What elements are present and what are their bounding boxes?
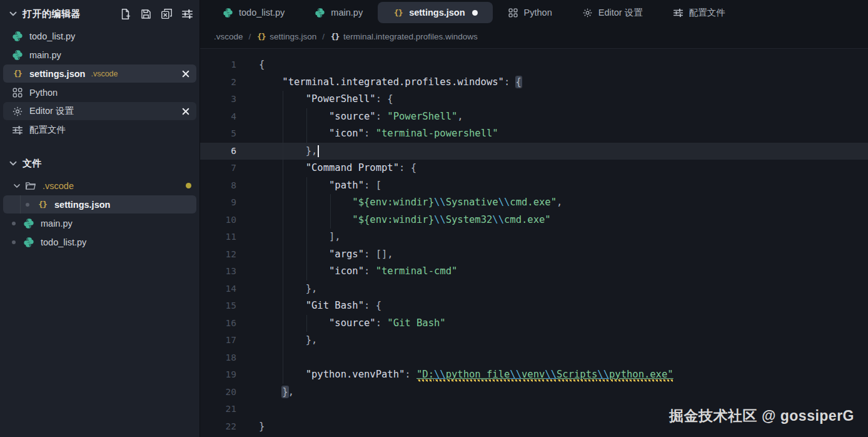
line-number: 2 xyxy=(200,74,236,91)
code-line-3[interactable]: 3 "PowerShell": { xyxy=(200,91,868,108)
code-token xyxy=(259,111,329,122)
json-icon: {} xyxy=(256,32,266,41)
code-editor[interactable]: 1{2 "terminal.integrated.profiles.window… xyxy=(200,49,868,437)
code-line-17[interactable]: 17 }, xyxy=(200,332,868,349)
code-token: : xyxy=(399,162,411,173)
breadcrumb-item[interactable]: {}terminal.integrated.profiles.windows xyxy=(330,32,478,41)
code-content: } xyxy=(259,418,868,436)
tab-settings.json[interactable]: {}settings.json xyxy=(378,2,492,23)
code-line-22[interactable]: 22} xyxy=(200,418,868,436)
file-label: settings.json xyxy=(54,200,110,210)
chevron-down-icon[interactable] xyxy=(8,8,19,19)
sidebar: 打开的编辑器 todo_list.pymain.py{}settings.jso… xyxy=(0,0,200,437)
open-editors-header[interactable]: 打开的编辑器 xyxy=(0,4,199,24)
code-line-14[interactable]: 14 }, xyxy=(200,280,868,298)
chevron-down-icon[interactable] xyxy=(8,158,19,169)
code-token: venv xyxy=(522,369,545,382)
code-line-9[interactable]: 9 "${env:windir}\\Sysnative\\cmd.exe", xyxy=(200,194,868,212)
open-editor-item-todo_list.py[interactable]: todo_list.py xyxy=(3,27,196,45)
code-token: \\ xyxy=(597,369,609,382)
code-content: "args": [], xyxy=(259,246,868,264)
tab-label: todo_list.py xyxy=(239,8,285,18)
tab-Python[interactable]: Python xyxy=(493,2,567,23)
code-token: [], xyxy=(376,249,393,260)
code-content: "Command Prompt": { xyxy=(259,160,868,177)
code-line-15[interactable]: 15 "Git Bash": { xyxy=(200,297,868,315)
open-editor-item-main.py[interactable]: main.py xyxy=(3,46,196,64)
modified-badge-dot xyxy=(186,183,191,188)
code-line-8[interactable]: 8 "path": [ xyxy=(200,177,868,195)
code-line-12[interactable]: 12 "args": [], xyxy=(200,246,868,264)
new-file-icon[interactable] xyxy=(119,8,131,20)
chevron-down-icon[interactable] xyxy=(12,181,22,191)
folder-item-.vscode[interactable]: .vscode xyxy=(3,177,196,195)
breadcrumb-separator: / xyxy=(249,32,251,41)
code-content: "source": "Git Bash" xyxy=(259,315,868,332)
code-content: "icon": "terminal-powershell" xyxy=(259,125,868,143)
tab-main.py[interactable]: main.py xyxy=(300,2,378,23)
code-token: \\ xyxy=(434,369,446,382)
code-token xyxy=(259,265,329,277)
code-line-19[interactable]: 19 "python.venvPath": "D:\\python_file\\… xyxy=(200,366,868,384)
files-header[interactable]: 文件 xyxy=(0,153,199,173)
file-item-main.py[interactable]: main.py xyxy=(3,214,196,232)
folder-label: .vscode xyxy=(43,181,74,191)
code-token xyxy=(259,386,282,398)
code-token: { xyxy=(411,162,416,173)
code-token: { xyxy=(387,93,393,105)
line-number: 6 xyxy=(200,143,236,160)
code-line-18[interactable]: 18 xyxy=(200,349,868,367)
modified-dot[interactable] xyxy=(472,10,478,16)
code-token: \\ xyxy=(434,214,446,225)
code-line-2[interactable]: 2 "terminal.integrated.profiles.windows"… xyxy=(200,74,868,91)
open-editor-label: 配置文件 xyxy=(29,124,66,136)
close-icon[interactable] xyxy=(180,68,191,80)
file-item-settings.json[interactable]: {}settings.json xyxy=(3,195,196,213)
code-token: "Git Bash" xyxy=(387,317,445,329)
code-line-4[interactable]: 4 "source": "PowerShell", xyxy=(200,108,868,126)
breadcrumb-item[interactable]: {}settings.json xyxy=(256,32,316,41)
open-editor-item--[interactable]: 配置文件 xyxy=(3,121,196,139)
line-number: 15 xyxy=(200,297,236,315)
code-content: "source": "PowerShell", xyxy=(259,108,868,126)
code-line-5[interactable]: 5 "icon": "terminal-powershell" xyxy=(200,125,868,143)
code-token: }, xyxy=(306,283,318,294)
breadcrumb-item[interactable]: .vscode xyxy=(214,32,243,41)
code-line-6[interactable]: 6 }, xyxy=(200,143,868,160)
code-token: Scripts xyxy=(557,369,597,382)
code-line-11[interactable]: 11 ], xyxy=(200,229,868,246)
code-line-1[interactable]: 1{ xyxy=(200,56,868,74)
open-editor-item-Editor-[interactable]: Editor 设置 xyxy=(3,102,196,120)
line-number: 13 xyxy=(200,263,236,280)
code-token: "Command Prompt" xyxy=(306,162,399,173)
more-actions-icon[interactable] xyxy=(181,8,193,20)
code-line-7[interactable]: 7 "Command Prompt": { xyxy=(200,160,868,177)
code-line-21[interactable]: 21 xyxy=(200,401,868,418)
code-line-20[interactable]: 20 }, xyxy=(200,384,868,401)
open-editors-actions xyxy=(119,8,193,20)
code-token: "terminal-powershell" xyxy=(376,128,498,139)
tab-todo_list.py[interactable]: todo_list.py xyxy=(208,2,300,23)
code-token: "${env:windir} xyxy=(352,214,434,225)
open-editor-item-Python[interactable]: Python xyxy=(3,83,196,101)
gear-tab-icon xyxy=(582,8,593,18)
code-token: "PowerShell" xyxy=(387,111,457,122)
save-all-icon[interactable] xyxy=(140,8,152,20)
sliders-file-icon xyxy=(12,125,23,136)
code-line-10[interactable]: 10 "${env:windir}\\System32\\cmd.exe" xyxy=(200,212,868,229)
open-editor-item-settings.json[interactable]: {}settings.json.vscode xyxy=(3,64,196,83)
code-line-13[interactable]: 13 "icon": "terminal-cmd" xyxy=(200,263,868,280)
close-icon[interactable] xyxy=(180,106,191,117)
file-explorer-list: .vscode{}settings.jsonmain.pytodo_list.p… xyxy=(0,173,199,251)
tab--[interactable]: 配置文件 xyxy=(658,2,740,23)
line-number: 21 xyxy=(200,401,236,418)
vscode-window: 打开的编辑器 todo_list.pymain.py{}settings.jso… xyxy=(0,0,868,437)
python-file-icon xyxy=(12,31,23,42)
code-token: "D: xyxy=(416,369,434,382)
tab-Editor-[interactable]: Editor 设置 xyxy=(567,2,658,23)
code-line-16[interactable]: 16 "source": "Git Bash" xyxy=(200,315,868,332)
file-item-todo_list.py[interactable]: todo_list.py xyxy=(3,233,196,251)
close-all-editors-icon[interactable] xyxy=(161,8,173,20)
code-token xyxy=(259,128,329,139)
code-token: "terminal.integrated.profiles.windows" xyxy=(282,76,504,88)
